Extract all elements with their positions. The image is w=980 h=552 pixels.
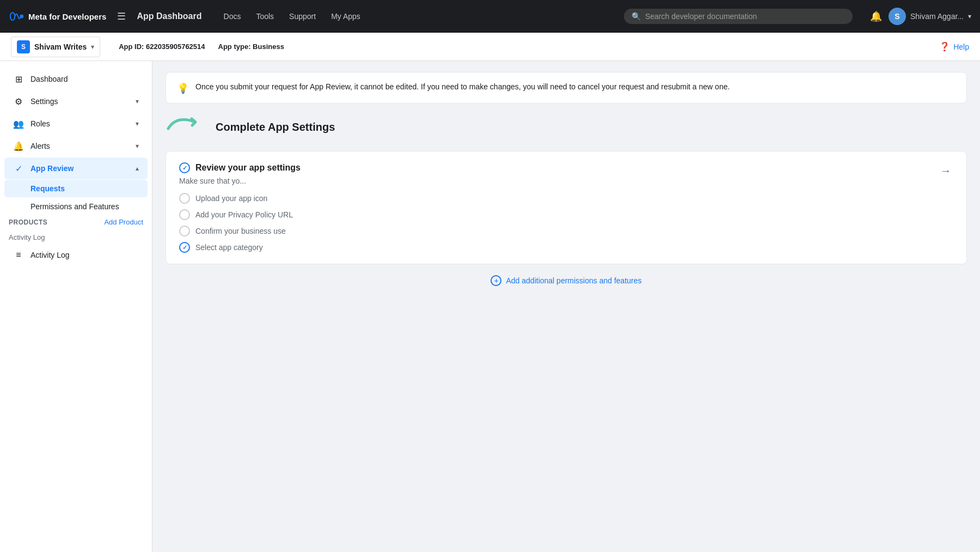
chevron-down-icon: ▾ xyxy=(136,142,139,150)
checklist-item-label: Select app category xyxy=(195,243,263,252)
checklist-item-label: Upload your app icon xyxy=(195,194,267,203)
settings-arrow-button[interactable]: → xyxy=(938,162,953,179)
chevron-down-icon: ▾ xyxy=(136,98,139,105)
settings-card-content: Review your app settings Make sure that … xyxy=(179,162,929,253)
checklist-item-label: Confirm your business use xyxy=(195,227,286,235)
subheader: S Shivam Writes ▾ App ID: 62203590576251… xyxy=(0,33,980,61)
add-permissions-area: + Add additional permissions and feature… xyxy=(166,264,967,297)
plus-icon: + xyxy=(491,275,501,286)
add-permissions-button[interactable]: + Add additional permissions and feature… xyxy=(491,275,641,286)
notifications-button[interactable]: 🔔 xyxy=(870,10,882,22)
top-navigation: Meta for Developers ☰ App Dashboard Docs… xyxy=(0,0,980,33)
subheader-meta: App ID: 622035905762514 App type: Busine… xyxy=(119,43,284,51)
main-layout: ⊞ Dashboard ⚙ Settings ▾ 👥 Roles ▾ 🔔 Ale… xyxy=(0,61,980,552)
chevron-down-icon: ▾ xyxy=(91,43,94,51)
top-nav-right: 🔔 S Shivam Aggar... ▾ xyxy=(870,8,971,25)
checklist-item-label: Add your Privacy Policy URL xyxy=(195,210,293,219)
sidebar-item-alerts[interactable]: 🔔 Alerts ▾ xyxy=(4,135,148,157)
sidebar-subitem-permissions[interactable]: Permissions and Features xyxy=(4,198,148,215)
app-id-value: 622035905762514 xyxy=(146,43,205,51)
chevron-up-icon: ▴ xyxy=(136,165,139,172)
sidebar-item-label: Alerts xyxy=(30,142,129,150)
nav-myapps-button[interactable]: My Apps xyxy=(324,9,367,24)
checklist-item: Select app category xyxy=(179,242,929,253)
svg-point-1 xyxy=(20,15,23,19)
nav-docs-button[interactable]: Docs xyxy=(217,9,248,24)
info-banner: 💡 Once you submit your request for App R… xyxy=(166,72,967,104)
app-type-field: App type: Business xyxy=(218,43,284,51)
meta-logo-icon xyxy=(9,9,24,24)
sidebar-item-settings[interactable]: ⚙ Settings ▾ xyxy=(4,90,148,112)
top-nav-links: Docs Tools Support My Apps xyxy=(217,9,367,24)
chevron-down-icon: ▾ xyxy=(968,13,971,20)
user-name: Shivam Aggar... xyxy=(910,12,964,21)
check-icon-privacy xyxy=(179,209,190,220)
check-icon-business xyxy=(179,226,190,236)
app-selector[interactable]: S Shivam Writes ▾ xyxy=(11,37,100,57)
app-type-label: App type: xyxy=(218,43,251,51)
settings-card-subtitle: Make sure that yo... xyxy=(179,177,929,185)
checklist-item: Add your Privacy Policy URL xyxy=(179,209,929,220)
search-input[interactable] xyxy=(645,12,845,21)
products-label: Products xyxy=(9,219,47,226)
checklist-item: Confirm your business use xyxy=(179,226,929,236)
search-bar: 🔍 xyxy=(624,9,853,24)
app-id-label: App ID: xyxy=(119,43,144,51)
products-section-header: Products Add Product xyxy=(0,216,152,228)
sidebar-item-label: Activity Log xyxy=(30,251,139,259)
sidebar-item-app-review[interactable]: ✓ App Review ▴ xyxy=(4,157,148,179)
permissions-label: Permissions and Features xyxy=(30,202,119,211)
logo-text: Meta for Developers xyxy=(28,12,106,21)
nav-support-button[interactable]: Support xyxy=(283,9,322,24)
info-lightbulb-icon: 💡 xyxy=(177,82,189,94)
app-dashboard-label: App Dashboard xyxy=(137,11,201,21)
app-icon: S xyxy=(17,40,30,53)
sidebar: ⊞ Dashboard ⚙ Settings ▾ 👥 Roles ▾ 🔔 Ale… xyxy=(0,61,152,552)
checklist: Upload your app icon Add your Privacy Po… xyxy=(179,193,929,253)
settings-icon: ⚙ xyxy=(13,96,24,107)
settings-card-title-text: Review your app settings xyxy=(195,163,301,173)
sidebar-item-label: Roles xyxy=(30,119,129,128)
sidebar-item-activity-log[interactable]: ≡ Activity Log xyxy=(4,244,148,266)
arrow-decoration xyxy=(166,112,209,142)
activity-log-section-label: Activity Log xyxy=(0,228,152,244)
hamburger-menu-button[interactable]: ☰ xyxy=(117,10,126,22)
add-product-button[interactable]: Add Product xyxy=(104,218,143,226)
avatar: S xyxy=(889,8,906,25)
settings-card: Review your app settings Make sure that … xyxy=(166,151,967,264)
help-button[interactable]: ❓ Help xyxy=(939,41,969,52)
sidebar-item-roles[interactable]: 👥 Roles ▾ xyxy=(4,113,148,135)
title-check-icon xyxy=(179,162,190,173)
question-icon: ❓ xyxy=(939,41,950,52)
dashboard-icon: ⊞ xyxy=(13,74,24,84)
complete-app-settings-section: Complete App Settings Review your app se… xyxy=(166,112,967,297)
app-type-value: Business xyxy=(253,43,284,51)
search-icon: 🔍 xyxy=(632,12,641,21)
activity-log-icon: ≡ xyxy=(13,250,24,260)
sidebar-subitem-requests[interactable]: Requests xyxy=(4,180,148,197)
sidebar-item-label: App Review xyxy=(30,164,129,173)
svg-point-0 xyxy=(10,13,15,20)
user-profile[interactable]: S Shivam Aggar... ▾ xyxy=(889,8,971,25)
checklist-item: Upload your app icon xyxy=(179,193,929,204)
sidebar-item-dashboard[interactable]: ⊞ Dashboard xyxy=(4,68,148,90)
nav-tools-button[interactable]: Tools xyxy=(249,9,280,24)
help-label: Help xyxy=(953,43,969,51)
sidebar-item-label: Settings xyxy=(30,97,129,106)
arrow-svg xyxy=(166,112,209,139)
app-name: Shivam Writes xyxy=(34,43,87,51)
check-icon-category xyxy=(179,242,190,253)
content-inner: 💡 Once you submit your request for App R… xyxy=(152,72,980,552)
logo: Meta for Developers xyxy=(9,9,106,24)
app-review-icon: ✓ xyxy=(13,163,24,174)
add-permissions-label: Add additional permissions and features xyxy=(506,276,641,285)
settings-card-title: Review your app settings xyxy=(179,162,929,173)
chevron-down-icon: ▾ xyxy=(136,120,139,128)
requests-label: Requests xyxy=(30,184,65,193)
sidebar-item-label: Dashboard xyxy=(30,75,139,83)
notification-icon: 🔔 xyxy=(870,11,882,22)
app-id-field: App ID: 622035905762514 xyxy=(119,43,205,51)
info-banner-text: Once you submit your request for App Rev… xyxy=(195,81,730,93)
content-area: 💡 Once you submit your request for App R… xyxy=(152,61,980,552)
alerts-icon: 🔔 xyxy=(13,141,24,151)
